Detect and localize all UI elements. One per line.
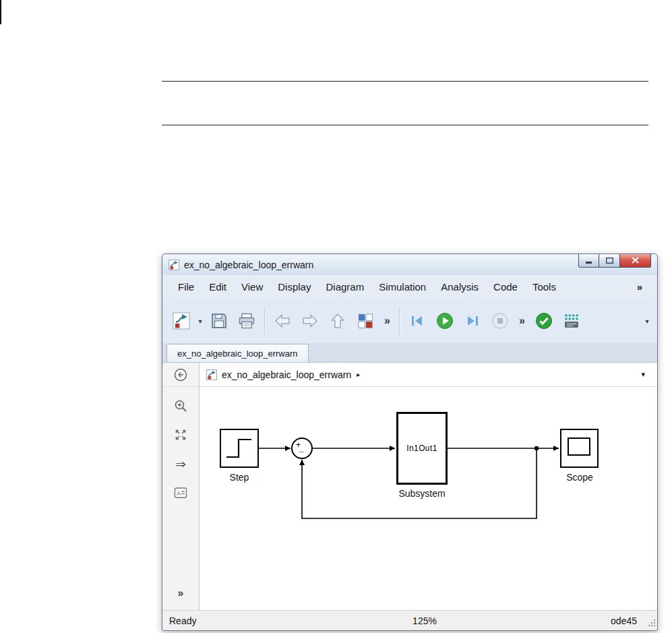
save-button[interactable] [206, 305, 233, 336]
wire-junction-dot [534, 446, 539, 450]
model-advisor-button[interactable] [530, 305, 557, 336]
step-back-icon [408, 312, 426, 330]
tab-bar: ex_no_algebraic_loop_errwarn [162, 343, 657, 363]
save-icon [210, 312, 228, 330]
page-rule-top [162, 81, 648, 82]
step-back-button[interactable] [404, 305, 431, 336]
menu-tools[interactable]: Tools [525, 277, 563, 297]
title-bar[interactable]: ex_no_algebraic_loop_errwarn [162, 254, 657, 275]
palette-overflow-chevron-icon[interactable]: » [178, 587, 184, 599]
subsystem-block[interactable]: In1Out1 [396, 412, 448, 485]
toolbar-separator [264, 307, 265, 334]
back-arrow-icon [274, 312, 291, 330]
subsystem-block-label: Subsystem [380, 488, 464, 499]
library-browser-button[interactable] [352, 305, 379, 336]
toolbar-right-caret-icon[interactable]: ▾ [642, 318, 652, 325]
build-model-button[interactable] [558, 305, 585, 336]
step-block-label: Step [206, 472, 273, 483]
zoom-button[interactable] [171, 396, 191, 416]
hide-browser-button[interactable] [162, 363, 199, 387]
simulink-window: ex_no_algebraic_loop_errwarn File Edit V… [162, 253, 658, 631]
window-title: ex_no_algebraic_loop_errwarn [184, 260, 313, 270]
breadcrumb-arrow-icon[interactable]: ▸ [357, 371, 360, 378]
window-controls [578, 254, 651, 268]
resize-grip[interactable] [648, 618, 656, 629]
menu-code[interactable]: Code [486, 277, 525, 297]
maximize-button[interactable] [599, 254, 620, 268]
fit-to-view-button[interactable] [171, 425, 191, 445]
zoom-icon [173, 398, 188, 413]
scope-block-label: Scope [549, 472, 611, 483]
status-zoom-level: 125% [413, 615, 437, 626]
toolbar-sim-overflow-chevron-icon[interactable]: » [514, 315, 530, 327]
navigate-back-button[interactable] [269, 305, 296, 336]
signal-routing-button[interactable]: ⇒ [171, 454, 191, 474]
model-tab-label: ex_no_algebraic_loop_errwarn [177, 349, 298, 359]
navigate-up-button[interactable] [324, 305, 351, 336]
library-browser-icon [357, 312, 374, 330]
step-forward-icon [464, 312, 481, 330]
simulink-model-icon [169, 260, 179, 270]
navigate-forward-button[interactable] [297, 305, 324, 336]
print-button[interactable] [233, 305, 260, 336]
palette-sidebar: ⇒ A » [162, 363, 200, 610]
status-bar: Ready 125% ode45 [162, 610, 657, 630]
diagram-canvas[interactable]: Step + _ In1Out1 Subsystem Scope [200, 387, 657, 610]
menu-simulation[interactable]: Simulation [371, 277, 433, 297]
check-circle-icon [535, 312, 553, 330]
stop-icon [491, 312, 509, 330]
breadcrumb-model-icon [206, 369, 217, 380]
menu-file[interactable]: File [171, 277, 202, 297]
subsystem-ports-text: In1Out1 [406, 444, 437, 453]
close-button[interactable] [620, 254, 651, 268]
toolbar-nav-overflow-chevron-icon[interactable]: » [379, 315, 395, 327]
breadcrumb-model-name[interactable]: ex_no_algebraic_loop_errwarn [222, 369, 351, 380]
step-forward-button[interactable] [459, 305, 486, 336]
new-model-button[interactable] [168, 305, 195, 336]
content-column: ex_no_algebraic_loop_errwarn ▸ ▾ [200, 363, 657, 610]
sum-minus-sign: _ [299, 444, 304, 453]
page-rule-bottom [162, 125, 648, 125]
stop-button[interactable] [487, 305, 514, 336]
menu-overflow-chevron-icon[interactable]: » [630, 281, 649, 293]
scope-block[interactable] [560, 429, 599, 468]
menu-view[interactable]: View [234, 277, 270, 297]
back-circle-icon [173, 367, 188, 382]
menu-display[interactable]: Display [270, 277, 318, 297]
up-arrow-icon [329, 312, 346, 330]
page-edge-mark [0, 0, 1, 24]
sum-block[interactable]: + _ [291, 438, 313, 459]
breadcrumb: ex_no_algebraic_loop_errwarn ▸ ▾ [200, 363, 657, 387]
status-ready-text: Ready [162, 615, 196, 626]
main-area: ⇒ A » [162, 363, 657, 610]
step-block[interactable] [220, 429, 259, 468]
minimize-button[interactable] [578, 254, 599, 268]
menu-analysis[interactable]: Analysis [433, 277, 486, 297]
new-model-caret-icon[interactable]: ▾ [195, 318, 205, 325]
toolbar-separator [399, 307, 400, 334]
run-icon [436, 312, 454, 330]
build-model-icon [563, 312, 580, 330]
menu-edit[interactable]: Edit [202, 277, 234, 297]
new-model-icon [173, 312, 190, 330]
menu-bar: File Edit View Display Diagram Simulatio… [162, 275, 657, 299]
svg-text:A: A [177, 490, 181, 497]
step-signal-icon [221, 430, 257, 466]
print-icon [238, 312, 255, 330]
model-tab[interactable]: ex_no_algebraic_loop_errwarn [166, 344, 309, 362]
double-arrow-icon: ⇒ [175, 456, 186, 472]
scope-screen-icon [568, 438, 590, 456]
annotation-icon: A [173, 485, 188, 500]
annotation-button[interactable]: A [171, 483, 191, 503]
toolbar: ▾ [162, 299, 657, 343]
forward-arrow-icon [301, 312, 319, 330]
fit-to-view-icon [173, 427, 188, 442]
menu-diagram[interactable]: Diagram [318, 277, 371, 297]
breadcrumb-dropdown-icon[interactable]: ▾ [641, 370, 645, 379]
run-button[interactable] [431, 305, 458, 336]
